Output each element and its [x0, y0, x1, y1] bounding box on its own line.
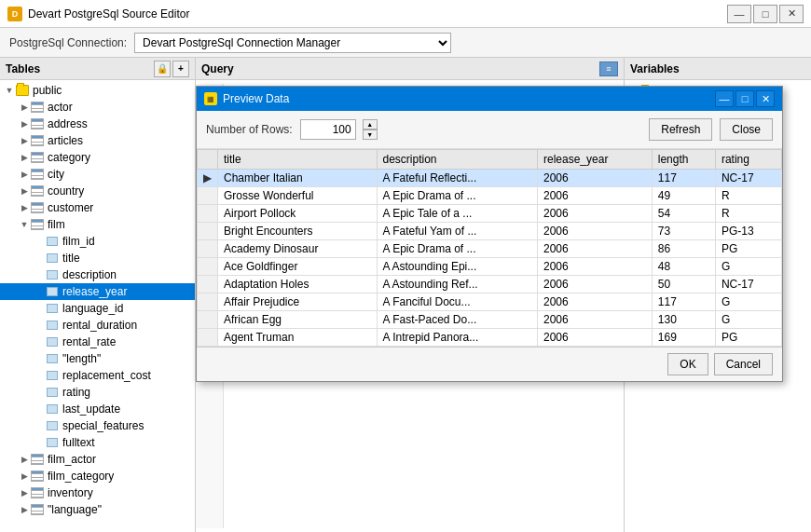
table-row[interactable]: Ace GoldfingerA Astounding Epi...200648G: [198, 258, 782, 276]
modal-toolbar: Number of Rows: ▲ ▼ Refresh Close: [197, 111, 782, 149]
cell-title: Agent Truman: [218, 329, 378, 347]
tree-item-film[interactable]: ▼film: [0, 216, 195, 233]
tree-item-release_year[interactable]: release_year: [0, 283, 195, 300]
col-header-length: length: [652, 150, 715, 170]
cell-length: 48: [652, 258, 715, 276]
rows-input[interactable]: [300, 119, 356, 140]
data-table-wrap[interactable]: titledescriptionrelease_yearlengthrating…: [197, 149, 782, 347]
connection-label: PostgreSql Connection:: [9, 36, 127, 49]
tables-expand-icon[interactable]: +: [172, 61, 189, 77]
tree-item-title[interactable]: title: [0, 250, 195, 266]
tree-item-length_field[interactable]: "length": [0, 350, 195, 367]
tree-item-replacement_cost[interactable]: replacement_cost: [0, 367, 195, 384]
tree-item-rental_rate[interactable]: rental_rate: [0, 334, 195, 350]
cell-release_year: 2006: [538, 205, 653, 223]
cell-length: 130: [652, 311, 715, 329]
modal-footer: OK Cancel: [197, 347, 782, 381]
tree-item-address[interactable]: ▶address: [0, 116, 195, 132]
cell-title: Bright Encounters: [218, 223, 378, 240]
col-header-title: title: [218, 150, 378, 170]
tree-text-country: country: [48, 184, 84, 198]
rows-spin-up[interactable]: ▲: [363, 119, 378, 130]
cell-title: Ace Goldfinger: [218, 258, 378, 276]
table-row[interactable]: Agent TrumanA Intrepid Panora...2006169P…: [198, 329, 782, 347]
modal-close-button[interactable]: ✕: [756, 90, 775, 107]
tree-text-film_id: film_id: [62, 235, 95, 248]
tables-panel: Tables 🔒 + ▼public▶actor▶address▶article…: [0, 58, 196, 532]
table-row[interactable]: African EggA Fast-Paced Do...2006130G: [198, 311, 782, 329]
tree-icon-special_features: [45, 419, 60, 432]
tree-item-last_update[interactable]: last_update: [0, 401, 195, 417]
tables-header-label: Tables: [6, 62, 40, 75]
cell-description: A Fast-Paced Do...: [377, 311, 538, 329]
tree-item-rating[interactable]: rating: [0, 384, 195, 401]
tree-toggle-customer: ▶: [19, 203, 30, 212]
tree-item-film_id[interactable]: film_id: [0, 233, 195, 250]
tree-text-language: "language": [48, 503, 102, 516]
tree-item-customer[interactable]: ▶customer: [0, 199, 195, 216]
tree-item-rental_duration[interactable]: rental_duration: [0, 317, 195, 334]
tree-icon-last_update: [45, 402, 60, 416]
modal-minimize-button[interactable]: —: [715, 90, 734, 107]
table-row[interactable]: Bright EncountersA Fateful Yam of ...200…: [198, 223, 782, 240]
tree-item-special_features[interactable]: special_features: [0, 417, 195, 434]
rows-label: Number of Rows:: [206, 123, 293, 136]
tables-header: Tables 🔒 +: [0, 58, 195, 80]
tree-text-rental_duration: rental_duration: [62, 319, 137, 332]
tree-item-language_id[interactable]: language_id: [0, 300, 195, 317]
tree-item-inventory[interactable]: ▶inventory: [0, 484, 195, 501]
cell-title: Academy Dinosaur: [218, 240, 378, 258]
row-marker-4: [198, 240, 218, 258]
tree-icon-rental_duration: [45, 319, 60, 332]
tree-item-film_category[interactable]: ▶film_category: [0, 468, 195, 484]
app-icon: D: [7, 7, 22, 21]
tree-item-description[interactable]: description: [0, 266, 195, 283]
modal-restore-button[interactable]: □: [735, 90, 754, 107]
table-row[interactable]: Airport PollockA Epic Tale of a ...20065…: [198, 205, 782, 223]
tree-text-title: title: [62, 252, 80, 265]
close-preview-button[interactable]: Close: [720, 118, 773, 141]
tree-text-language_id: language_id: [62, 302, 123, 315]
tree-item-public[interactable]: ▼public: [0, 82, 195, 99]
tree-item-actor[interactable]: ▶actor: [0, 99, 195, 116]
cell-release_year: 2006: [538, 223, 653, 240]
tree-icon-film_id: [45, 235, 60, 248]
tree-text-special_features: special_features: [62, 419, 144, 432]
tree-text-replacement_cost: replacement_cost: [62, 369, 151, 382]
cell-release_year: 2006: [538, 311, 653, 329]
tree-item-film_actor[interactable]: ▶film_actor: [0, 451, 195, 468]
table-row[interactable]: Adaptation HolesA Astounding Ref...20065…: [198, 276, 782, 293]
tree-item-articles[interactable]: ▶articles: [0, 132, 195, 149]
tree-icon-actor: [30, 101, 45, 114]
cell-release_year: 2006: [538, 187, 653, 205]
table-row[interactable]: ▶Chamber ItalianA Fateful Reflecti...200…: [198, 170, 782, 187]
ok-button[interactable]: OK: [667, 353, 708, 375]
table-row[interactable]: Academy DinosaurA Epic Drama of ...20068…: [198, 240, 782, 258]
table-row[interactable]: Grosse WonderfulA Epic Drama of ...20064…: [198, 187, 782, 205]
minimize-button[interactable]: —: [727, 5, 751, 23]
query-header: Query ≡: [196, 58, 624, 80]
rows-spin-down[interactable]: ▼: [363, 130, 378, 140]
tree-icon-customer: [30, 201, 45, 214]
tree-item-language[interactable]: ▶"language": [0, 501, 195, 518]
cancel-button[interactable]: Cancel: [714, 353, 773, 375]
tree-item-city[interactable]: ▶city: [0, 166, 195, 183]
tree-toggle-actor: ▶: [19, 102, 30, 112]
restore-button[interactable]: □: [753, 5, 777, 23]
tree-item-fulltext[interactable]: fulltext: [0, 434, 195, 451]
tables-tree: ▼public▶actor▶address▶articles▶category▶…: [0, 80, 195, 532]
cell-length: 49: [652, 187, 715, 205]
tree-item-country[interactable]: ▶country: [0, 183, 195, 199]
tables-lock-icon[interactable]: 🔒: [154, 61, 171, 77]
tree-icon-language_id: [45, 302, 60, 315]
connection-select[interactable]: Devart PostgreSql Connection Manager: [134, 33, 451, 53]
tree-icon-film: [30, 218, 45, 231]
tree-item-category[interactable]: ▶category: [0, 149, 195, 166]
cell-rating: G: [715, 258, 781, 276]
close-button[interactable]: ✕: [779, 5, 804, 23]
query-icon: ≡: [599, 61, 618, 76]
cell-length: 50: [652, 276, 715, 293]
cell-release_year: 2006: [538, 276, 653, 293]
refresh-button[interactable]: Refresh: [649, 118, 712, 141]
table-row[interactable]: Affair PrejudiceA Fanciful Docu...200611…: [198, 293, 782, 311]
